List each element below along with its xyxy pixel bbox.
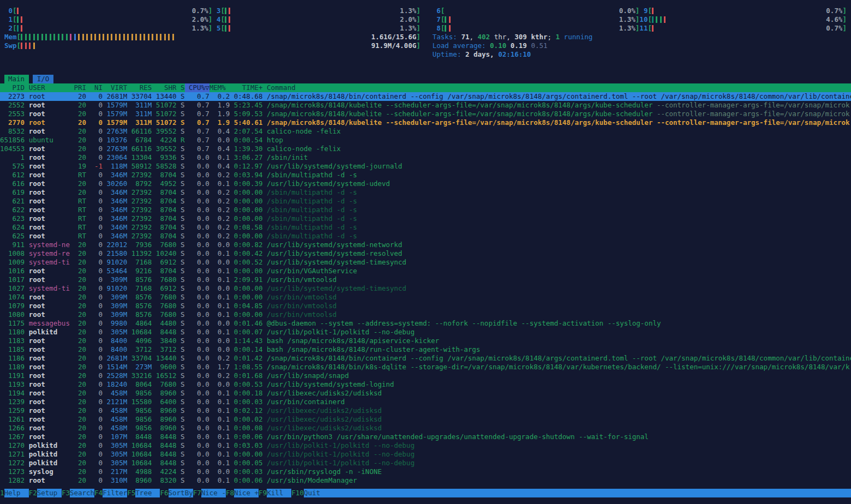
process-row[interactable]: 619root200346M273928704S0.00.20:00.00/sb… xyxy=(0,188,851,197)
process-row[interactable]: 1080root200309M85767680S0.00.10:00.00/us… xyxy=(0,310,851,319)
fnkey-setup[interactable]: F2Setup xyxy=(29,489,62,497)
process-row[interactable]: 1183root200840040963840S0.00.01:14.43bas… xyxy=(0,337,851,345)
process-row[interactable]: 911systemd-ne2002201279367680S0.00.00:00… xyxy=(0,241,851,249)
fnkey-quit[interactable]: F10Quit xyxy=(291,489,851,497)
process-row[interactable]: 1017root200309M85767680S0.00.12:09.91/us… xyxy=(0,275,851,284)
process-state: S xyxy=(181,354,185,363)
column-header-ni[interactable]: NI xyxy=(91,83,103,92)
cpu-meter-bars xyxy=(445,25,453,32)
column-header-shr[interactable]: SHR xyxy=(156,83,177,92)
process-state: S xyxy=(181,232,185,241)
process-row[interactable]: 1194root200458M98568960S0.00.10:00.18/us… xyxy=(0,389,851,398)
fnkey-nice[interactable]: F7Nice - xyxy=(193,489,226,497)
process-row[interactable]: 1027systemd-ti2009102071686912S0.00.00:0… xyxy=(0,284,851,293)
process-pid: 619 xyxy=(0,188,25,197)
column-header-user[interactable]: USER xyxy=(29,83,70,92)
process-row[interactable]: 1root20023064133049336S0.00.13:06.27/sbi… xyxy=(0,153,851,162)
process-row[interactable]: 1261root200458M98568960S0.00.10:00.02/us… xyxy=(0,415,851,424)
process-row[interactable]: 1180polkitd200305M106848448S0.00.10:00.0… xyxy=(0,328,851,337)
process-row[interactable]: 575root19-1118M5891258528S0.00.40:12.97/… xyxy=(0,162,851,171)
process-cpu-percent: 0.0 xyxy=(185,476,209,485)
meter-open-bracket: [ xyxy=(220,24,225,33)
process-row[interactable]: 1191root2002528M3321616512S0.00.20:01.68… xyxy=(0,371,851,380)
process-row[interactable]: 1175messagebus200998048644480S0.00.00:01… xyxy=(0,319,851,328)
process-row[interactable]: 1074root200309M85767680S0.00.10:00.00/us… xyxy=(0,293,851,302)
process-row[interactable]: 1272polkitd200305M106848448S0.00.10:00.0… xyxy=(0,459,851,467)
process-row[interactable]: 1193root2001824080647680S0.00.00:00.53/u… xyxy=(0,380,851,389)
process-row[interactable]: 621rootRT0346M273928704S0.00.20:00.00/sb… xyxy=(0,197,851,206)
meter-bar xyxy=(156,34,158,40)
process-row[interactable]: 8532root2002763M6611639552S0.70.42:07.54… xyxy=(0,127,851,136)
process-row[interactable]: 1239root2002121M155806400S0.00.10:00.03/… xyxy=(0,398,851,406)
column-header-cpu[interactable]: CPU%▽ xyxy=(185,83,209,92)
process-priority: 20 xyxy=(74,92,86,101)
process-shr: 9600 xyxy=(156,363,177,371)
fnkey-sortby[interactable]: F6SortBy xyxy=(160,489,193,497)
process-row[interactable]: 1266root200458M98568960S0.00.10:00.08/us… xyxy=(0,424,851,433)
process-user: root xyxy=(29,433,70,441)
process-shr: 3712 xyxy=(156,345,177,354)
fnkey-number: F5 xyxy=(127,489,135,497)
process-command-args: --controller-manager-args-file=/var/snap… xyxy=(657,110,850,118)
fnkey-nice[interactable]: F8Nice + xyxy=(226,489,259,497)
process-row[interactable]: 622rootRT0346M273928704S0.00.20:00.00/sb… xyxy=(0,206,851,214)
process-row[interactable]: 624rootRT0346M273928704S0.00.20:08.58/sb… xyxy=(0,223,851,232)
process-virt: 18240 xyxy=(107,380,128,389)
process-row[interactable]: 612rootRT0346M273928704S0.00.20:03.94/sb… xyxy=(0,171,851,179)
process-command: /usr/lib/systemd/systemd-resolved xyxy=(267,249,851,258)
column-header-s[interactable]: S xyxy=(181,83,185,92)
tasks-summary-segment: Tasks: xyxy=(433,33,462,41)
tab-io[interactable]: I/O xyxy=(33,75,53,83)
column-header-cmd[interactable]: Command xyxy=(267,83,851,92)
process-time: 0:00.14 xyxy=(230,345,262,354)
process-row[interactable]: 1189root2001514M273M9600S0.01.71:08.55/s… xyxy=(0,363,851,371)
process-row[interactable]: 1008systemd-re200215801139210240S0.00.10… xyxy=(0,249,851,258)
process-command-text: /sbin/multipathd -d -s xyxy=(267,232,357,240)
tasks-summary-segment: thr, xyxy=(490,33,514,41)
process-row[interactable]: 1016root2005346492168704S0.00.10:00.00/u… xyxy=(0,267,851,275)
process-row[interactable]: 1271polkitd200305M106848448S0.00.10:00.0… xyxy=(0,450,851,459)
process-row[interactable]: 1259root200458M98568960S0.00.10:02.12/us… xyxy=(0,406,851,415)
process-row[interactable]: 1185root200840037123712S0.00.00:00.14bas… xyxy=(0,345,851,354)
process-row[interactable]: 2273root2002681M3370413440S0.70.20:48.68… xyxy=(0,92,851,101)
process-row[interactable]: 1079root200309M85767680S0.00.10:04.85/us… xyxy=(0,302,851,310)
process-row[interactable]: 623rootRT0346M273928704S0.00.20:00.00/sb… xyxy=(0,214,851,223)
fnkey-search[interactable]: F3Search xyxy=(62,489,94,497)
process-row[interactable]: 625rootRT0346M273928704S0.00.20:00.00/sb… xyxy=(0,232,851,241)
process-command: /usr/bin/vmtoolsd xyxy=(267,275,851,284)
fnkey-tree[interactable]: F5Tree xyxy=(127,489,160,497)
process-row[interactable]: 651856ubuntu2001037667844224R0.70.00:00.… xyxy=(0,136,851,145)
process-row[interactable]: 1273syslog200217M49884224S0.00.00:00.03/… xyxy=(0,467,851,476)
process-row[interactable]: 2552root2001579M311M51072S0.71.95:23.45/… xyxy=(0,101,851,110)
column-header-time[interactable]: TIME+ xyxy=(230,83,262,92)
process-command-text: /usr/lib/polkit-1/polkitd --no-debug xyxy=(267,459,415,467)
process-row[interactable]: 2553root2001579M311M51072S0.71.95:09.53/… xyxy=(0,110,851,118)
process-row[interactable]: 1009systemd-ti2009102071686912S0.00.00:0… xyxy=(0,258,851,267)
process-nice: 0 xyxy=(91,450,103,459)
process-pid: 575 xyxy=(0,162,25,171)
column-header-pri[interactable]: PRI xyxy=(74,83,86,92)
process-row[interactable]: 2770root2001579M311M51072S0.71.95:40.61/… xyxy=(0,118,851,127)
process-user: root xyxy=(29,101,70,110)
process-time: 5:23.45 xyxy=(230,101,262,110)
process-row[interactable]: 104553root2002763M6611639552S0.70.41:39.… xyxy=(0,145,851,153)
fnkey-label: Setup xyxy=(37,489,62,497)
process-priority: 20 xyxy=(74,275,86,284)
column-header-virt[interactable]: VIRT xyxy=(107,83,128,92)
process-table: 2273root2002681M3370413440S0.70.20:48.68… xyxy=(0,92,851,485)
tab-main[interactable]: Main xyxy=(4,75,29,83)
fnkey-help[interactable]: 1Help xyxy=(0,489,29,497)
meter-bar xyxy=(21,43,22,49)
column-header-mem[interactable]: MEM% xyxy=(209,83,230,92)
column-header-res[interactable]: RES xyxy=(131,83,152,92)
column-header-pid[interactable]: PID xyxy=(0,83,25,92)
fnkey-filter[interactable]: F4Filter xyxy=(94,489,127,497)
process-shr: 13440 xyxy=(156,92,177,101)
fnkey-kill[interactable]: F9Kill xyxy=(259,489,291,497)
process-row[interactable]: 1267root200107M84488448S0.00.10:00.06/us… xyxy=(0,433,851,441)
process-shr: 7680 xyxy=(156,380,177,389)
process-row[interactable]: 1186root2002681M3370413440S0.00.20:01.42… xyxy=(0,354,851,363)
process-row[interactable]: 1270polkitd200305M106848448S0.00.10:03.0… xyxy=(0,441,851,450)
process-row[interactable]: 1282root200310M89608320S0.00.10:00.06/us… xyxy=(0,476,851,485)
process-row[interactable]: 616root2003026087924952S0.00.10:00.39/us… xyxy=(0,179,851,188)
